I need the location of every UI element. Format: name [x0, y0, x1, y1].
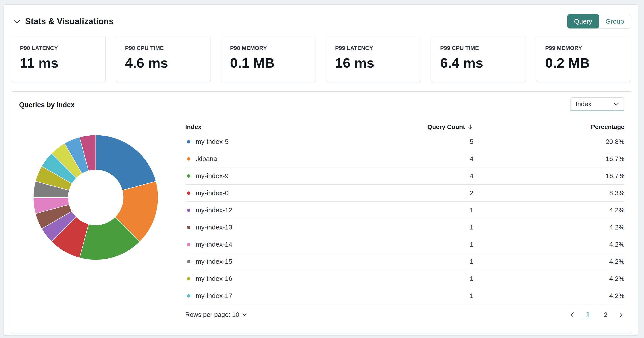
query-toggle-button[interactable]: Query [568, 14, 599, 29]
index-cell: my-index-13 [185, 224, 384, 231]
query-count-cell: 1 [470, 275, 474, 282]
query-count-cell: 1 [470, 241, 474, 248]
table-row[interactable]: my-index-9 4 16.7% [185, 167, 624, 185]
stat-label: P90 LATENCY [20, 45, 96, 51]
table-header-row: Index Query Count Percentage [185, 121, 624, 133]
percentage-cell: 16.7% [606, 155, 624, 162]
percentage-cell: 4.2% [609, 258, 624, 265]
stat-card-p99-latency: P99 LATENCY 16 ms [326, 36, 421, 82]
page-button-2[interactable]: 2 [600, 311, 611, 319]
column-header-index[interactable]: Index [185, 123, 384, 130]
chevron-down-icon[interactable] [14, 20, 20, 24]
table-row[interactable]: my-index-16 1 4.2% [185, 270, 624, 287]
index-name: my-index-12 [196, 206, 232, 214]
index-cell: my-index-12 [185, 206, 384, 214]
stat-card-p99-memory: P99 MEMORY 0.2 MB [536, 36, 631, 82]
query-count-cell: 1 [470, 224, 474, 231]
index-cell: my-index-5 [185, 138, 384, 145]
percentage-cell: 20.8% [606, 138, 624, 145]
column-header-query-count[interactable]: Query Count [427, 123, 474, 130]
percentage-cell: 4.2% [609, 206, 624, 214]
queries-by-index-panel: Queries by Index Index Index Query Count [11, 91, 632, 333]
percentage-cell: 4.2% [609, 275, 624, 282]
rows-per-page-button[interactable]: Rows per page: 10 [185, 311, 247, 318]
chevron-down-icon [613, 102, 619, 106]
stat-card-p90-memory: P90 MEMORY 0.1 MB [221, 36, 316, 82]
index-name: my-index-15 [196, 258, 232, 265]
group-by-select-value: Index [576, 100, 591, 108]
index-cell: my-index-17 [185, 292, 384, 299]
stat-cards-row: P90 LATENCY 11 ms P90 CPU TIME 4.6 ms P9… [11, 36, 631, 82]
table-footer: Rows per page: 10 1 2 [185, 310, 624, 319]
index-cell: my-index-9 [185, 172, 384, 180]
queries-table: Index Query Count Percentage my-index-5 [185, 121, 624, 304]
series-color-dot [187, 209, 190, 212]
series-color-dot [187, 260, 190, 263]
index-cell: my-index-14 [185, 241, 384, 248]
percentage-cell: 8.3% [609, 189, 624, 197]
table-row[interactable]: my-index-5 5 20.8% [185, 133, 624, 150]
table-row[interactable]: my-index-15 1 4.2% [185, 253, 624, 270]
series-color-dot [187, 140, 190, 143]
stat-value: 4.6 ms [125, 55, 202, 71]
series-color-dot [187, 243, 190, 246]
stat-card-p90-cpu-time: P90 CPU TIME 4.6 ms [116, 36, 211, 82]
query-count-cell: 4 [470, 172, 474, 180]
series-color-dot [187, 294, 190, 297]
percentage-cell: 4.2% [609, 241, 624, 248]
series-color-dot [187, 226, 190, 229]
series-color-dot [187, 277, 190, 280]
queries-donut-chart [29, 131, 162, 264]
table-row[interactable]: my-index-0 2 8.3% [185, 185, 624, 202]
stat-label: P90 CPU TIME [125, 45, 202, 51]
index-name: .kibana [196, 155, 217, 162]
stat-value: 0.2 MB [545, 55, 622, 71]
accordion-toggle[interactable]: Stats & Visualizations [14, 17, 114, 26]
section-title: Stats & Visualizations [25, 17, 114, 26]
panel-header: Queries by Index Index [19, 99, 624, 111]
stat-card-p99-cpu-time: P99 CPU TIME 6.4 ms [431, 36, 526, 82]
percentage-cell: 4.2% [609, 224, 624, 231]
donut-slice-my-index-5[interactable] [96, 135, 156, 190]
index-name: my-index-0 [196, 189, 228, 197]
panel-title: Queries by Index [19, 101, 74, 109]
percentage-cell: 16.7% [606, 172, 624, 180]
index-cell: my-index-0 [185, 189, 384, 197]
index-cell: .kibana [185, 155, 384, 162]
table-row[interactable]: my-index-17 1 4.2% [185, 287, 624, 304]
query-count-cell: 2 [470, 189, 474, 197]
query-count-cell: 4 [470, 155, 474, 162]
stat-card-p90-latency: P90 LATENCY 11 ms [11, 36, 106, 82]
table-row[interactable]: .kibana 4 16.7% [185, 150, 624, 167]
percentage-cell: 4.2% [609, 292, 624, 299]
index-name: my-index-14 [196, 241, 232, 248]
section-header: Stats & Visualizations Query Group [4, 5, 638, 29]
page-button-1[interactable]: 1 [582, 310, 593, 319]
group-by-select[interactable]: Index [570, 97, 624, 111]
group-toggle-button[interactable]: Group [599, 14, 631, 29]
query-count-cell: 1 [470, 258, 474, 265]
next-page-icon[interactable] [618, 311, 624, 319]
query-count-cell: 5 [470, 138, 474, 145]
previous-page-icon[interactable] [569, 311, 576, 319]
sort-desc-icon [467, 124, 474, 130]
query-count-cell: 1 [470, 292, 474, 299]
stat-value: 11 ms [20, 55, 96, 71]
series-color-dot [187, 192, 190, 195]
series-color-dot [187, 157, 190, 160]
index-cell: my-index-16 [185, 275, 384, 282]
table-row[interactable]: my-index-14 1 4.2% [185, 236, 624, 253]
index-name: my-index-9 [196, 172, 228, 180]
stat-label: P99 MEMORY [545, 45, 622, 51]
stat-label: P99 CPU TIME [440, 45, 517, 51]
stat-label: P90 MEMORY [230, 45, 307, 51]
stat-label: P99 LATENCY [335, 45, 412, 51]
table-body: my-index-5 5 20.8% .kibana 4 16.7% my-in… [185, 133, 624, 304]
stat-value: 0.1 MB [230, 55, 307, 71]
pagination: 1 2 [569, 310, 624, 319]
column-header-percentage[interactable]: Percentage [591, 123, 624, 130]
index-name: my-index-17 [196, 292, 232, 299]
query-group-toggle: Query Group [567, 14, 631, 29]
table-row[interactable]: my-index-13 1 4.2% [185, 219, 624, 236]
table-row[interactable]: my-index-12 1 4.2% [185, 202, 624, 219]
